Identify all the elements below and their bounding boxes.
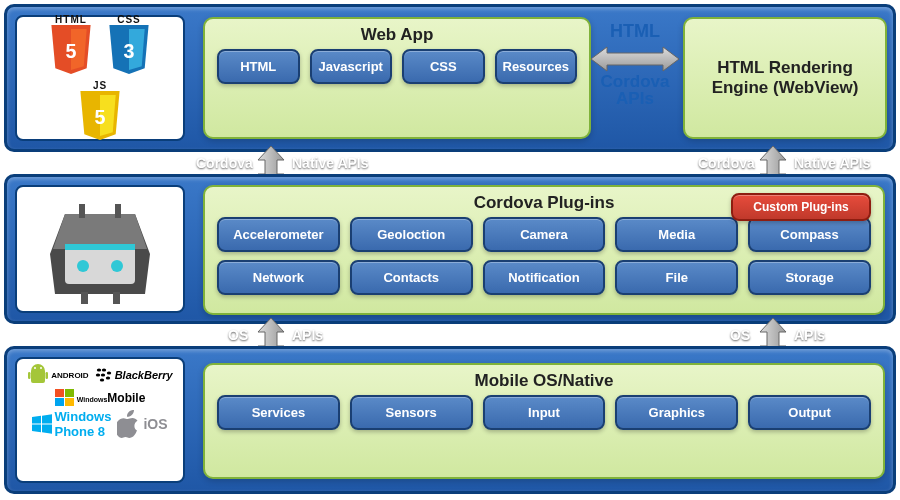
ios-logo: iOS bbox=[117, 409, 167, 439]
svg-point-21 bbox=[101, 368, 105, 371]
pill-sensors: Sensors bbox=[350, 395, 473, 430]
windows-mobile-logo: WindowsMobile bbox=[55, 389, 146, 407]
pill-accelerometer: Accelerometer bbox=[217, 217, 340, 252]
pill-js: Javascript bbox=[310, 49, 393, 84]
plugins-row1: Accelerometer Geoloction Camera Media Co… bbox=[205, 217, 883, 260]
svg-rect-29 bbox=[55, 398, 64, 406]
pill-network: Network bbox=[217, 260, 340, 295]
svg-rect-30 bbox=[65, 398, 74, 406]
plugins-box: Cordova Plug-ins Custom Plug-ins Acceler… bbox=[203, 185, 885, 315]
pill-services: Services bbox=[217, 395, 340, 430]
svg-point-26 bbox=[105, 376, 109, 379]
pill-geolocation: Geoloction bbox=[350, 217, 473, 252]
label-apis-r: APIs bbox=[794, 327, 825, 343]
label-native-l: Native APIs bbox=[292, 155, 369, 171]
label-cordova-r: Cordova bbox=[698, 155, 755, 171]
pill-storage: Storage bbox=[748, 260, 871, 295]
cordova-logo-box bbox=[15, 185, 185, 313]
webapp-items: HTML Javascript CSS Resources bbox=[205, 49, 589, 92]
js-caption: JS bbox=[93, 80, 107, 91]
arrow-horizontal-icon bbox=[591, 45, 679, 73]
svg-rect-13 bbox=[113, 292, 120, 304]
svg-rect-16 bbox=[28, 372, 31, 379]
shield-icon: 3 bbox=[105, 25, 153, 76]
custom-plugins: Custom Plug-ins bbox=[731, 193, 871, 221]
plugins-row2: Network Contacts Notification File Stora… bbox=[205, 260, 883, 303]
svg-text:5: 5 bbox=[95, 106, 106, 128]
os-title: Mobile OS/Native bbox=[205, 365, 883, 395]
webapp-title: Web App bbox=[205, 19, 589, 49]
svg-text:5: 5 bbox=[66, 40, 77, 62]
pill-contacts: Contacts bbox=[350, 260, 473, 295]
css3-badge: CSS 3 bbox=[102, 14, 156, 76]
pill-input: Input bbox=[483, 395, 606, 430]
css3-caption: CSS bbox=[117, 14, 141, 25]
pill-media: Media bbox=[615, 217, 738, 252]
svg-point-22 bbox=[95, 373, 99, 376]
pill-camera: Camera bbox=[483, 217, 606, 252]
blackberry-logo: BlackBerry bbox=[95, 363, 173, 387]
svg-rect-28 bbox=[65, 389, 74, 397]
pill-html: HTML bbox=[217, 49, 300, 84]
svg-rect-12 bbox=[81, 292, 88, 304]
cordova-robot-icon bbox=[35, 194, 165, 304]
webview-title-1: HTML Rendering bbox=[685, 58, 885, 78]
svg-rect-11 bbox=[115, 204, 121, 218]
svg-point-24 bbox=[106, 371, 110, 374]
shield-icon: 5 bbox=[47, 25, 95, 76]
svg-point-19 bbox=[40, 367, 42, 369]
svg-marker-3 bbox=[591, 47, 679, 71]
svg-point-8 bbox=[77, 260, 89, 272]
svg-point-18 bbox=[34, 367, 36, 369]
svg-text:3: 3 bbox=[124, 40, 135, 62]
windows-phone-logo: WindowsPhone 8 bbox=[32, 409, 111, 439]
pill-graphics: Graphics bbox=[615, 395, 738, 430]
label-apis-l: APIs bbox=[292, 327, 323, 343]
html5-caption: HTML bbox=[55, 14, 87, 25]
android-logo: ANDROID bbox=[27, 363, 88, 387]
webapp-box: Web App HTML Javascript CSS Resources bbox=[203, 17, 591, 139]
webview-title-2: Engine (WebView) bbox=[685, 78, 885, 98]
layer-plugins: Cordova Plug-ins Custom Plug-ins Acceler… bbox=[4, 174, 896, 324]
connector-html: HTML bbox=[595, 21, 675, 42]
web-tech-logos: HTML 5 CSS 3 JS 5 bbox=[15, 15, 185, 141]
connector-cordova-apis: Cordova APIs bbox=[591, 73, 679, 107]
html5-badge: HTML 5 bbox=[44, 14, 98, 76]
layer-web: HTML 5 CSS 3 JS 5 Web App bbox=[4, 4, 896, 152]
svg-rect-7 bbox=[65, 244, 135, 250]
pill-notification: Notification bbox=[483, 260, 606, 295]
pill-output: Output bbox=[748, 395, 871, 430]
pill-resources: Resources bbox=[495, 49, 578, 84]
svg-point-9 bbox=[111, 260, 123, 272]
os-items: Services Sensors Input Graphics Output bbox=[205, 395, 883, 438]
os-box: Mobile OS/Native Services Sensors Input … bbox=[203, 363, 885, 479]
label-os-r: OS bbox=[730, 327, 750, 343]
label-native-r: Native APIs bbox=[794, 155, 871, 171]
svg-point-20 bbox=[96, 368, 100, 371]
js-badge: JS 5 bbox=[73, 80, 127, 142]
svg-rect-17 bbox=[46, 372, 49, 379]
layer-os: ANDROID BlackBerry WindowsMobile Windows… bbox=[4, 346, 896, 494]
svg-rect-10 bbox=[79, 204, 85, 218]
svg-point-23 bbox=[100, 373, 104, 376]
webview-box: HTML Rendering Engine (WebView) bbox=[683, 17, 887, 139]
pill-css: CSS bbox=[402, 49, 485, 84]
label-cordova-l: Cordova bbox=[196, 155, 253, 171]
platform-logos: ANDROID BlackBerry WindowsMobile Windows… bbox=[15, 357, 185, 483]
pill-file: File bbox=[615, 260, 738, 295]
shield-icon: 5 bbox=[76, 91, 124, 142]
pill-compass: Compass bbox=[748, 217, 871, 252]
svg-point-25 bbox=[99, 378, 103, 381]
svg-rect-27 bbox=[55, 389, 64, 397]
label-os-l: OS bbox=[228, 327, 248, 343]
